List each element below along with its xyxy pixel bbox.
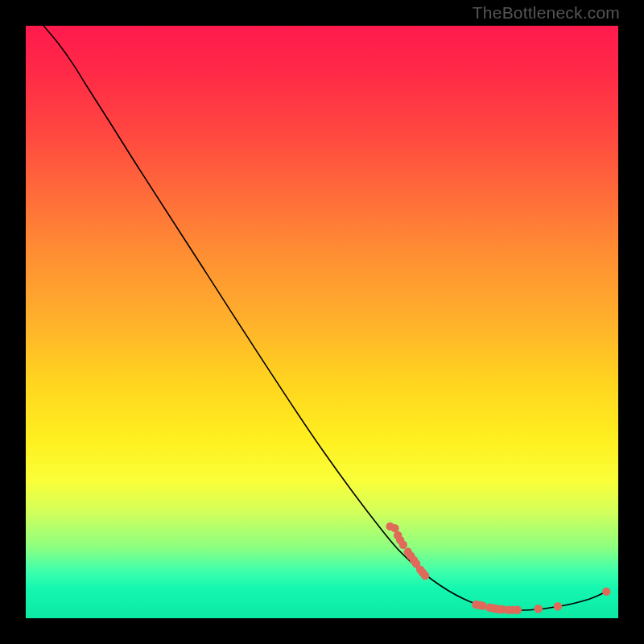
data-point bbox=[534, 605, 542, 613]
data-point bbox=[478, 601, 486, 609]
data-point bbox=[602, 588, 610, 596]
data-point bbox=[514, 605, 522, 613]
plot-area bbox=[26, 26, 618, 618]
data-point bbox=[554, 602, 562, 610]
data-point bbox=[399, 541, 407, 549]
bottleneck-curve bbox=[43, 26, 606, 610]
data-points bbox=[386, 522, 610, 614]
chart-svg bbox=[26, 26, 618, 618]
data-point bbox=[421, 572, 429, 580]
watermark-label: TheBottleneck.com bbox=[473, 3, 620, 23]
chart-frame: TheBottleneck.com bbox=[0, 0, 644, 644]
